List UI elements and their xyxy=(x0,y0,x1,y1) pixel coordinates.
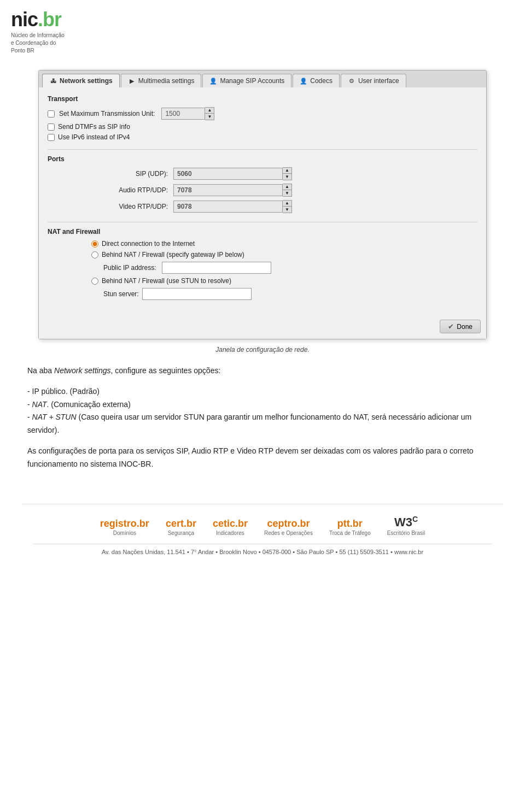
footer-logo-registro: registro.br Domínios xyxy=(100,519,149,536)
stun-server-input[interactable] xyxy=(142,288,252,300)
logo-br-text: .br xyxy=(38,8,61,31)
ports-section: Ports SIP (UDP): ▲ ▼ Audio RTP/UDP: xyxy=(48,155,477,222)
sip-port-spinner-down[interactable]: ▼ xyxy=(283,174,291,180)
nat-firewall-radio[interactable] xyxy=(91,251,98,258)
footer-logo-ceptro-sub: Redes e Operações xyxy=(264,530,313,536)
logo-area: nic.br Núcleo de Informação e Coordenaçã… xyxy=(11,10,65,55)
public-ip-row: Public IP address: xyxy=(48,262,477,274)
ipv6-row: Use IPv6 instead of IPv4 xyxy=(48,133,477,141)
public-ip-label: Public IP address: xyxy=(103,264,156,272)
audio-port-input-group: ▲ ▼ xyxy=(173,184,292,197)
footer-logo-cetic-sub: Indicadores xyxy=(213,530,248,536)
audio-port-input[interactable] xyxy=(173,184,283,196)
direct-connection-row: Direct connection to the Internet xyxy=(48,240,477,248)
tab-multimedia-settings-label: Multimedia settings xyxy=(138,77,195,85)
tab-codecs[interactable]: 👤 Codecs xyxy=(293,74,340,87)
dtmf-label: Send DTMFs as SIP info xyxy=(58,123,130,131)
mtu-spinner-up[interactable]: ▲ xyxy=(205,108,214,114)
audio-port-spinner-up[interactable]: ▲ xyxy=(283,184,291,190)
public-ip-input[interactable] xyxy=(162,262,271,274)
footer-logo-cert-sub: Segurança xyxy=(166,530,196,536)
sip-port-label: SIP (UDP): xyxy=(102,170,168,178)
tab-network-settings[interactable]: 🖧 Network settings xyxy=(42,74,120,87)
codecs-icon: 👤 xyxy=(300,77,307,85)
video-port-spinner-up[interactable]: ▲ xyxy=(283,201,291,207)
direct-connection-radio[interactable] xyxy=(91,240,98,248)
sip-port-row: SIP (UDP): ▲ ▼ xyxy=(48,167,477,180)
footer-logo-cetic: cetic.br Indicadores xyxy=(213,519,248,536)
mtu-checkbox[interactable] xyxy=(48,110,55,117)
footer-logo-w3c-sub: Escritório Brasil xyxy=(387,530,425,536)
video-port-spinner: ▲ ▼ xyxy=(283,200,292,213)
footer-address: Av. das Nações Unidas, 11.541 • 7° Andar… xyxy=(33,544,492,555)
ports-header: Ports xyxy=(48,155,477,163)
footer-logo-cert: cert.br Segurança xyxy=(166,519,196,536)
nat-header: NAT and Firewall xyxy=(48,228,477,236)
sip-port-spinner: ▲ ▼ xyxy=(283,167,292,180)
transport-section: Transport Set Maximum Transmission Unit:… xyxy=(48,95,477,150)
audio-port-spinner: ▲ ▼ xyxy=(283,184,292,197)
video-port-row: Video RTP/UDP: ▲ ▼ xyxy=(48,200,477,213)
network-settings-icon: 🖧 xyxy=(49,77,57,85)
stun-row: Behind NAT / Firewall (use STUN to resol… xyxy=(48,277,477,285)
sip-port-spinner-up[interactable]: ▲ xyxy=(283,168,291,174)
mtu-input-group: ▲ ▼ xyxy=(161,107,214,120)
audio-port-label: Audio RTP/UDP: xyxy=(102,186,168,194)
ipv6-checkbox[interactable] xyxy=(48,134,55,141)
main-content: 🖧 Network settings ▶ Multimedia settings… xyxy=(0,59,525,572)
mtu-input[interactable] xyxy=(161,108,205,120)
audio-port-spinner-down[interactable]: ▼ xyxy=(283,190,291,196)
done-icon: ✔ xyxy=(448,322,454,331)
ipv6-label: Use IPv6 instead of IPv4 xyxy=(58,133,130,141)
sip-port-input-group: ▲ ▼ xyxy=(173,167,292,180)
page-footer: registro.br Domínios cert.br Segurança c… xyxy=(22,504,503,561)
video-port-input[interactable] xyxy=(173,201,283,213)
footer-logo-ptt: ptt.br Troca de Tráfego xyxy=(329,519,371,536)
audio-port-row: Audio RTP/UDP: ▲ ▼ xyxy=(48,184,477,197)
tab-user-interface[interactable]: ⚙ User interface xyxy=(341,74,406,87)
tab-bar: 🖧 Network settings ▶ Multimedia settings… xyxy=(39,70,486,87)
video-port-label: Video RTP/UDP: xyxy=(102,203,168,210)
user-interface-icon: ⚙ xyxy=(348,77,355,85)
tab-sip-accounts-label: Manage SIP Accounts xyxy=(220,77,284,85)
sip-port-input[interactable] xyxy=(173,168,283,180)
nat-section: NAT and Firewall Direct connection to th… xyxy=(48,228,477,308)
nat-firewall-label: Behind NAT / Firewall (specify gateway I… xyxy=(102,251,244,258)
footer-logo-ptt-sub: Troca de Tráfego xyxy=(329,530,371,536)
tab-codecs-label: Codecs xyxy=(310,77,332,85)
transport-header: Transport xyxy=(48,95,477,103)
video-port-input-group: ▲ ▼ xyxy=(173,200,292,213)
mtu-label: Set Maximum Transmission Unit: xyxy=(59,110,155,117)
logo-nic-text: nic xyxy=(11,8,38,31)
sip-accounts-icon: 👤 xyxy=(209,77,217,85)
stun-label: Behind NAT / Firewall (use STUN to resol… xyxy=(102,277,231,285)
caption: Janela de configuração de rede. xyxy=(22,346,503,354)
body-paragraph-2: - IP público. (Padrão) - NAT. (Comunicaç… xyxy=(22,385,503,437)
tab-network-settings-label: Network settings xyxy=(60,77,113,85)
nic-logo: nic.br xyxy=(11,10,65,30)
dtmf-checkbox[interactable] xyxy=(48,123,55,131)
direct-connection-label: Direct connection to the Internet xyxy=(102,240,195,248)
stun-radio[interactable] xyxy=(91,278,98,285)
tab-multimedia-settings[interactable]: ▶ Multimedia settings xyxy=(121,74,202,87)
done-button-label: Done xyxy=(457,323,472,331)
footer-logos: registro.br Domínios cert.br Segurança c… xyxy=(33,515,492,536)
done-button[interactable]: ✔ Done xyxy=(440,320,481,333)
body-paragraph-3: As configurações de porta para os serviç… xyxy=(22,445,503,471)
footer-logo-w3c: W3C Escritório Brasil xyxy=(387,515,425,536)
stun-server-label: Stun server: xyxy=(103,290,139,298)
page-header: nic.br Núcleo de Informação e Coordenaçã… xyxy=(0,0,525,59)
mtu-row: Set Maximum Transmission Unit: ▲ ▼ xyxy=(48,107,477,120)
nat-firewall-row: Behind NAT / Firewall (specify gateway I… xyxy=(48,251,477,258)
body-paragraph-1: Na aba Network settings, configure as se… xyxy=(22,364,503,378)
tab-manage-sip-accounts[interactable]: 👤 Manage SIP Accounts xyxy=(202,74,291,87)
video-port-spinner-down[interactable]: ▼ xyxy=(283,207,291,213)
mtu-spinner: ▲ ▼ xyxy=(205,107,214,120)
dialog-footer: ✔ Done xyxy=(39,315,486,339)
footer-logo-ceptro: ceptro.br Redes e Operações xyxy=(264,519,313,536)
logo-tagline: Núcleo de Informação e Coordenação do Po… xyxy=(11,32,65,55)
mtu-spinner-down[interactable]: ▼ xyxy=(205,114,214,120)
dtmf-row: Send DTMFs as SIP info xyxy=(48,123,477,131)
footer-logo-registro-sub: Domínios xyxy=(100,530,149,536)
stun-server-row: Stun server: xyxy=(48,288,477,300)
